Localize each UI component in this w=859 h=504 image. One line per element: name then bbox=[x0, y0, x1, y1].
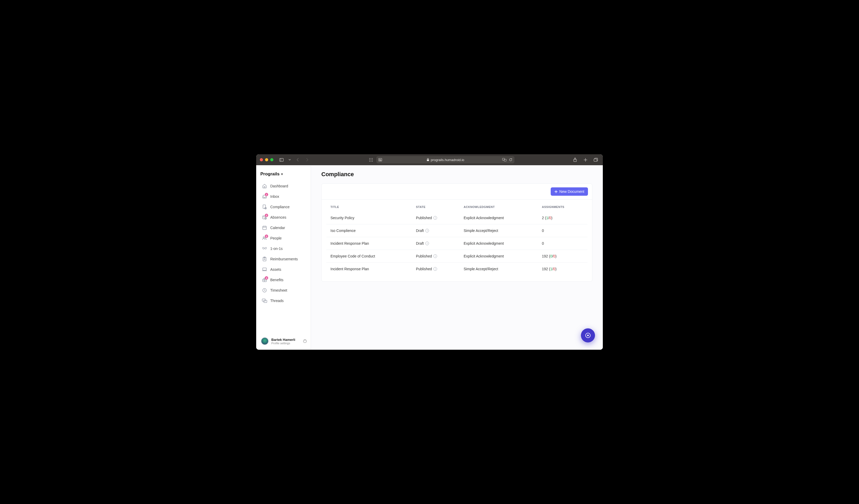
sidebar-item-label: Calendar bbox=[270, 226, 285, 230]
lock-icon bbox=[427, 158, 429, 161]
sidebar-item-label: People bbox=[270, 236, 282, 240]
cell-assignments: 192 (1/0) bbox=[538, 263, 587, 275]
cell-state: Drafti bbox=[412, 237, 459, 250]
table-row[interactable]: Employee Code of ConductPublishediExplic… bbox=[326, 250, 587, 263]
sidebar-item-label: Benefits bbox=[270, 278, 284, 282]
close-window-button[interactable] bbox=[260, 158, 263, 161]
info-icon[interactable]: i bbox=[425, 242, 429, 245]
titlebar-right bbox=[572, 156, 599, 163]
sidebar-item-compliance[interactable]: Compliance bbox=[260, 202, 308, 212]
calendar-clock-icon: 2 bbox=[262, 215, 267, 220]
titlebar: prograils.humadroid.io bbox=[256, 154, 603, 165]
col-title[interactable]: TITLE bbox=[326, 202, 412, 212]
share-icon[interactable] bbox=[572, 156, 578, 163]
sidebar-item-dashboard[interactable]: Dashboard bbox=[260, 181, 308, 191]
table-row[interactable]: Incident Response PlanDraftiExplicit Ack… bbox=[326, 237, 587, 250]
cell-assignments: 2 (1/0) bbox=[538, 212, 587, 224]
logout-button[interactable] bbox=[303, 339, 307, 343]
badge: 2 bbox=[265, 234, 268, 238]
svg-point-6 bbox=[371, 159, 372, 160]
svg-rect-22 bbox=[263, 205, 266, 209]
tab-overview-icon[interactable] bbox=[367, 156, 374, 163]
col-state[interactable]: STATE bbox=[412, 202, 459, 212]
documents-table: TITLE STATE ACKNOWLEDGMENT ASSIGNMENTS S… bbox=[321, 200, 592, 281]
sidebar-item-benefits[interactable]: 4 Benefits bbox=[260, 275, 308, 285]
page-title: Compliance bbox=[321, 171, 592, 178]
avatar[interactable] bbox=[261, 337, 269, 345]
info-icon[interactable]: i bbox=[433, 254, 437, 258]
sidebar-item-threads[interactable]: Threads bbox=[260, 296, 308, 305]
sidebar-item-timesheet[interactable]: Timesheet bbox=[260, 286, 308, 295]
col-assign[interactable]: ASSIGNMENTS bbox=[538, 202, 587, 212]
compliance-icon bbox=[262, 204, 267, 210]
svg-point-3 bbox=[371, 158, 372, 159]
translate-icon[interactable] bbox=[502, 158, 507, 162]
back-button[interactable] bbox=[294, 156, 301, 163]
sidebar-item-absences[interactable]: 2 Absences bbox=[260, 213, 308, 222]
calendar-icon bbox=[262, 225, 267, 230]
org-switcher[interactable]: Prograils ▾ bbox=[260, 170, 308, 181]
sidebar-item-inbox[interactable]: 1 Inbox bbox=[260, 192, 308, 201]
sidebar-item-label: Timesheet bbox=[270, 288, 287, 292]
cell-title: Employee Code of Conduct bbox=[326, 250, 412, 263]
cell-acknowledgment: Explicit Acknowledgment bbox=[459, 212, 538, 224]
cell-title: Incident Response Plan bbox=[326, 237, 412, 250]
chevron-down-icon[interactable] bbox=[287, 156, 292, 163]
minimize-window-button[interactable] bbox=[265, 158, 268, 161]
reader-icon[interactable] bbox=[378, 158, 382, 161]
cell-acknowledgment: Explicit Acknowledgment bbox=[459, 237, 538, 250]
sidebar-item-label: 1-on-1s bbox=[270, 246, 283, 251]
table-row[interactable]: Security PolicyPublishediExplicit Acknow… bbox=[326, 212, 587, 224]
user-info[interactable]: Bartek Hamerli Profile settings bbox=[271, 338, 300, 345]
svg-point-5 bbox=[369, 159, 370, 160]
svg-rect-15 bbox=[427, 159, 429, 161]
sidebar-item-one-on-ones[interactable]: 1-on-1s bbox=[260, 244, 308, 253]
cell-state: Publishedi bbox=[412, 263, 459, 275]
cell-assignments: 192 (0/0) bbox=[538, 250, 587, 263]
user-name: Bartek Hamerli bbox=[271, 338, 300, 342]
documents-card: New Document TITLE STATE ACKNOWLEDGMENT … bbox=[321, 183, 592, 282]
sidebar-item-label: Compliance bbox=[270, 205, 289, 209]
plus-icon bbox=[554, 190, 558, 193]
new-tab-icon[interactable] bbox=[582, 156, 589, 163]
address-bar[interactable]: prograils.humadroid.io bbox=[376, 156, 514, 163]
forward-button[interactable] bbox=[304, 156, 311, 163]
maximize-window-button[interactable] bbox=[270, 158, 273, 161]
refresh-icon[interactable] bbox=[509, 158, 512, 162]
info-icon[interactable]: i bbox=[425, 229, 429, 232]
sidebar: Prograils ▾ Dashboard 1 Inbox bbox=[256, 165, 311, 350]
sidebar-item-people[interactable]: 2 People bbox=[260, 233, 308, 243]
svg-rect-37 bbox=[263, 268, 266, 270]
svg-point-7 bbox=[372, 159, 373, 160]
chat-icon bbox=[262, 298, 267, 303]
info-icon[interactable]: i bbox=[433, 216, 437, 220]
main-content: Compliance New Document TITLE bbox=[311, 165, 603, 350]
card-header: New Document bbox=[321, 184, 592, 200]
cell-title: Security Policy bbox=[326, 212, 412, 224]
sidebar-toggle-icon[interactable] bbox=[278, 156, 285, 163]
table-row[interactable]: Iso ComplienceDraftiSimple Accept/Reject… bbox=[326, 224, 587, 237]
cell-state: Drafti bbox=[412, 224, 459, 237]
sidebar-item-label: Threads bbox=[270, 299, 284, 303]
new-document-button[interactable]: New Document bbox=[551, 187, 588, 196]
svg-point-2 bbox=[369, 158, 370, 159]
tab-list-icon[interactable] bbox=[592, 156, 599, 163]
cell-assignments: 0 bbox=[538, 237, 587, 250]
sidebar-item-assets[interactable]: Assets bbox=[260, 265, 308, 274]
chat-fab[interactable] bbox=[581, 329, 595, 342]
button-label: New Document bbox=[559, 189, 584, 194]
info-icon[interactable]: i bbox=[433, 267, 437, 271]
badge: 4 bbox=[265, 276, 268, 280]
org-name: Prograils bbox=[260, 171, 280, 177]
gift-icon: 4 bbox=[262, 277, 267, 282]
sidebar-item-reimbursements[interactable]: Reimbursements bbox=[260, 254, 308, 264]
laptop-icon bbox=[262, 267, 267, 272]
window-controls bbox=[260, 158, 273, 161]
table-row[interactable]: Incident Response PlanPublishediSimple A… bbox=[326, 263, 587, 275]
url-text: prograils.humadroid.io bbox=[431, 158, 464, 162]
col-ack[interactable]: ACKNOWLEDGMENT bbox=[459, 202, 538, 212]
cell-title: Iso Complience bbox=[326, 224, 412, 237]
sidebar-item-label: Dashboard bbox=[270, 184, 288, 188]
people-icon: 2 bbox=[262, 235, 267, 241]
sidebar-item-calendar[interactable]: Calendar bbox=[260, 223, 308, 232]
